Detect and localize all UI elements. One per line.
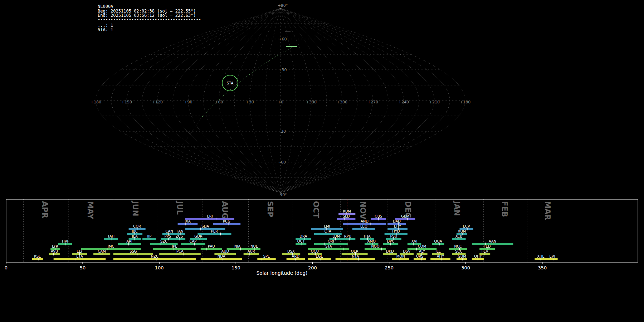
shower-bar-aur: [244, 253, 259, 255]
shower-bar-jxa: [178, 223, 198, 225]
sky-lon-label: +60: [215, 100, 223, 104]
x-axis-title: Solar longitude (deg): [257, 270, 308, 276]
sky-lon-label: +150: [121, 100, 132, 104]
plot-canvas: STA+180+150+120+90+60+30+0+330+300+270+2…: [0, 0, 644, 322]
shower-label: COR: [133, 224, 141, 228]
shower-label: IIP: [147, 234, 151, 238]
shower-label: NOO: [371, 244, 379, 248]
shower-label: ERI: [207, 214, 213, 218]
x-tick-label: 150: [231, 265, 240, 270]
month-label: FEB: [500, 201, 509, 217]
sky-lon-label: +330: [306, 100, 317, 104]
shower-label: DRA: [299, 234, 307, 238]
sky-lon-label: +30: [245, 100, 254, 104]
shower-bar-pca: [159, 253, 201, 255]
sky-grid-meridian: [250, 8, 280, 193]
month-label: JUN: [131, 200, 140, 216]
shower-label: CAM: [98, 249, 106, 253]
sky-lon-label: +180: [460, 100, 470, 104]
shower-label: LMI: [324, 224, 330, 228]
sky-lon-label: +120: [152, 100, 163, 104]
shower-label: CTA: [325, 229, 331, 233]
shower-bar-urs: [414, 258, 426, 260]
info-panel: NL000A Beg: 20251105 02:02:38 (sol = 222…: [98, 4, 201, 32]
shower-bar-sda: [185, 228, 225, 230]
sky-lat-label: -60: [279, 160, 286, 165]
shower-label: EHY: [394, 224, 401, 228]
shower-label: XCB: [455, 234, 462, 238]
shower-bar-leo: [352, 228, 375, 230]
shower-bar-ssg: [113, 253, 153, 255]
shower-label: OCT: [297, 239, 305, 243]
shower-label: TAH: [107, 234, 114, 238]
shower-label: FAN: [176, 229, 183, 233]
separator-line: ----------------------------------------: [98, 17, 201, 22]
shower-label: NTA: [352, 254, 359, 258]
shower-bar-pau: [201, 248, 222, 250]
shower-bar-cap: [181, 243, 205, 245]
shower-label: COM: [418, 244, 426, 248]
shower-bar-per: [197, 233, 231, 235]
shower-label: OCU: [311, 249, 319, 253]
shower-bar-aan: [472, 243, 513, 245]
shower-label: SSG: [130, 249, 137, 253]
shower-label: XVI: [411, 239, 418, 243]
shower-label: DSX: [287, 249, 295, 253]
shower-bar-eta: [54, 258, 106, 260]
sky-lon-label: +300: [337, 100, 347, 104]
x-tick-label: 350: [538, 265, 547, 270]
shower-label: AAN: [489, 239, 496, 243]
shower-label: SDA: [201, 224, 209, 228]
shower-label: SCC: [455, 249, 462, 253]
sky-lat-label: +60: [278, 37, 287, 42]
month-label: MAY: [86, 201, 94, 219]
shower-label: XUM: [458, 229, 466, 233]
shower-label: HYD: [392, 229, 400, 233]
shower-label: SPE: [263, 254, 270, 258]
sky-grid-meridian: [111, 8, 280, 193]
shower-label: ARI: [126, 239, 132, 243]
sky-grid-meridian: [280, 8, 373, 193]
shower-label: AVB: [51, 249, 58, 253]
shower-label: NIA: [234, 244, 240, 248]
month-label: MAR: [543, 201, 552, 220]
station-code: NL000A: [98, 4, 113, 9]
shower-label: EVI: [550, 254, 555, 258]
shower-label: QUA: [434, 239, 442, 243]
shower-label: MON: [396, 254, 405, 258]
shower-label: RPU: [344, 234, 351, 238]
sky-lon-label: +180: [91, 100, 101, 104]
sky-map: STA+180+150+120+90+60+30+0+330+300+270+2…: [91, 3, 470, 197]
radiant-label-sta: STA: [227, 81, 234, 85]
sky-lon-label: +210: [429, 100, 440, 104]
month-label: JAN: [453, 200, 461, 216]
month-label: NOV: [358, 201, 367, 220]
shower-bar-nta: [336, 258, 375, 260]
shower-label: AND: [361, 219, 369, 223]
shower-label: GDR: [194, 234, 202, 238]
shower-label: THA: [363, 234, 371, 238]
shower-bar-spe: [257, 258, 275, 260]
sky-lat-label: +30: [278, 68, 287, 72]
x-tick-label: 50: [80, 265, 86, 270]
shower-label: CAP: [189, 239, 196, 243]
radiant-drift-track: [201, 47, 293, 118]
shower-label: SLD: [343, 214, 350, 218]
sky-lat-label: +90°: [278, 3, 288, 8]
shower-label: PPS: [165, 234, 171, 238]
shower-label: GEM: [401, 214, 409, 218]
shower-label: GUM: [458, 254, 466, 258]
sta-count: STA: 1: [98, 27, 113, 32]
shower-label: AUR: [248, 249, 255, 253]
shower-label: PER: [211, 229, 218, 233]
shower-label: AHY: [437, 254, 444, 258]
x-tick-label: 250: [385, 265, 394, 270]
shower-label: STA: [325, 244, 332, 248]
sky-lon-label: +90: [184, 100, 192, 104]
x-tick-label: 300: [461, 265, 470, 270]
shower-label: ECV: [463, 224, 470, 228]
sky-lon-label: +270: [367, 100, 378, 104]
shower-bar-rpu: [340, 238, 356, 240]
sky-lon-label: +0: [278, 100, 283, 104]
track-faint-segment: [181, 118, 201, 147]
